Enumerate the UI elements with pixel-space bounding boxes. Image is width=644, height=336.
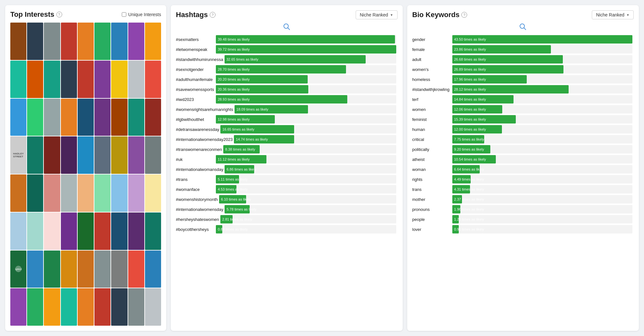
grid-cell [44,174,60,212]
bar-row: #iwd202328.93 times as likely [176,95,396,104]
bar-wrap: 6.10 times as likely [219,195,396,203]
bar-row: #adulthumanfemale20.20 times as likely [176,75,396,84]
hashtags-help-icon[interactable]: ? [210,12,216,18]
bio-keywords-help-icon[interactable]: ? [461,12,467,18]
bar-wrap: 12.00 times as likely [452,125,633,133]
grid-cell [111,251,127,288]
bar-label: #internationalwomensday2023 [176,137,233,142]
bar-value-text: 18.09 times as likely [236,107,268,111]
chevron-down-icon: ▼ [626,13,630,17]
hashtags-dropdown-button[interactable]: Niche Ranked ▼ [356,10,398,19]
grid-cell [44,212,60,250]
bar-value-text: 14.74 times as likely [236,137,268,141]
grid-cell [78,99,94,136]
grid-cell [111,288,127,326]
bar-label: atheist [412,157,451,162]
bar-label: woman [412,167,451,172]
bar-fill: 43.50 times as likely [452,35,633,44]
grid-cell [27,61,43,98]
grid-cell [111,212,127,250]
grid-cell [27,174,43,212]
grid-cell [61,61,77,98]
bar-row: mother2.37 times as likely [412,195,633,203]
bio-keywords-dropdown-button[interactable]: Niche Ranked ▼ [592,10,634,19]
bar-label: #detransawarenessday [176,127,219,132]
bar-label: critical [412,137,451,142]
bar-wrap: 0.96 times as likely [452,225,633,233]
hashtags-header: Hashtags ? Niche Ranked ▼ [176,10,398,19]
bar-value-text: 12.00 times as likely [454,127,486,131]
bar-value-text: 16.65 times as likely [222,127,254,131]
grid-cell [128,251,144,288]
bar-row: terf14.84 times as likely [412,95,633,104]
grid-cell [128,99,144,136]
grid-cell [94,61,111,98]
bar-wrap: 16.65 times as likely [220,125,396,133]
grid-cell [44,99,60,136]
bar-fill: 14.74 times as likely [234,135,294,143]
search-icon[interactable] [519,23,526,32]
bar-fill: 12.06 times as likely [452,105,502,114]
bar-label: #lgbwithoutthet [176,117,215,122]
bar-wrap: 20.20 times as likely [216,75,396,84]
grid-cell [145,288,161,326]
bar-wrap: 39.72 times as likely [216,45,396,54]
top-interests-title: Top Interests [10,10,54,19]
bar-wrap: 4.49 times as likely [452,175,633,183]
bar-label: #istandwithjkrowling [412,87,451,92]
grid-cell [128,136,144,174]
unique-interests-checkbox[interactable] [122,12,126,17]
unique-interests-label[interactable]: Unique Interests [122,12,161,17]
bar-wrap: 23.86 times as likely [452,45,633,54]
grid-cell [94,251,111,288]
bar-row: lover0.96 times as likely [412,225,633,233]
bar-fill: 4.53 times as likely [216,185,236,193]
grid-cell: HADLEYSTREET [10,136,26,174]
bar-fill: 32.65 times as likely [225,55,366,64]
bar-label: women's [412,67,451,72]
bar-wrap: 12.98 times as likely [216,115,396,124]
search-icon[interactable] [283,23,290,32]
bar-fill: 2.81 times as likely [220,215,233,223]
bar-wrap: 18.09 times as likely [235,105,396,114]
bar-fill: 14.84 times as likely [452,95,514,104]
bar-label: #istandwithhumirunnessa [176,57,223,62]
bar-label: homeless [412,77,451,82]
bar-row: homeless17.96 times as likely [412,75,633,84]
bar-label: #internationalwomansday [176,167,223,172]
grid-cell [111,99,127,136]
grid-cell [61,251,77,288]
bar-wrap: 10.54 times as likely [452,155,633,163]
bar-value-text: 10.54 times as likely [454,157,486,161]
bar-row: #internationalwomansday6.86 times as lik… [176,165,396,173]
grid-cell [61,174,77,212]
top-interests-help-icon[interactable]: ? [56,12,62,17]
bar-row: #istandwithhumirunnessa32.65 times as li… [176,55,396,64]
bar-wrap: 4.53 times as likely [216,185,396,193]
bar-row: women's26.89 times as likely [412,65,633,74]
bar-row: #savewomenssports20.36 times as likely [176,85,396,94]
bar-value-text: 4.53 times as likely [218,187,248,191]
grid-cell [44,288,60,326]
grid-cell [10,212,26,250]
grid-cell [27,288,43,326]
grid-cell [128,61,144,98]
bar-fill: 6.86 times as likely [225,165,254,173]
bar-label: #uk [176,157,215,162]
grid-cell [94,288,111,326]
bar-row: #sexnotgender28.70 times as likely [176,65,396,74]
grid-cell [145,61,161,98]
bar-row: trans4.31 times as likely [412,185,633,193]
bar-wrap: 4.31 times as likely [452,185,633,193]
bar-label: lover [412,227,451,232]
grid-cell [94,99,111,136]
bar-label: trans [412,187,451,192]
bar-wrap: 6.86 times as likely [225,165,396,173]
bar-fill: 28.93 times as likely [216,95,347,104]
svg-line-3 [288,28,290,30]
bar-row: rights4.49 times as likely [412,175,633,183]
grid-cell [44,251,60,288]
bar-wrap: 11.12 times as likely [216,155,396,163]
bar-value-text: 6.86 times as likely [226,167,256,171]
grid-cell: spiked [10,251,26,288]
